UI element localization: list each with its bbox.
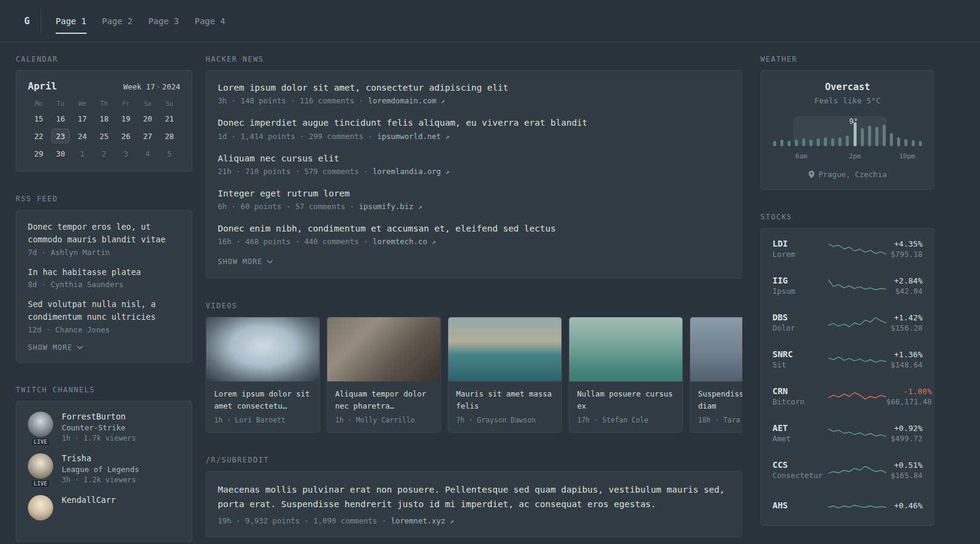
calendar-day[interactable]: 4 <box>139 146 157 161</box>
stock-row[interactable]: LDI Lorem +4.35% $795.18 <box>773 230 923 267</box>
calendar-day[interactable]: 5 <box>160 146 178 161</box>
video-thumbnail[interactable] <box>206 317 319 381</box>
hn-item-domain[interactable]: loremdomain.com <box>368 96 436 105</box>
calendar-day[interactable]: 28 <box>160 129 178 143</box>
video-card[interactable]: Lorem ipsum dolor sit amet consectetu… 1… <box>206 317 320 433</box>
app-logo[interactable]: G <box>16 8 41 34</box>
calendar-day[interactable]: 30 <box>51 146 70 161</box>
hn-item-domain-link[interactable]: loremlandia.org ↗ <box>373 167 449 176</box>
subreddit-post-text[interactable]: Maecenas mollis pulvinar erat non posuer… <box>218 483 730 511</box>
hn-item-title[interactable]: Donec enim nibh, condimentum et accumsan… <box>218 222 730 235</box>
stock-row[interactable]: DBS Dolor +1.42% $156.28 <box>773 304 923 341</box>
hn-item-domain[interactable]: ipsumworld.net <box>377 132 440 141</box>
stock-ticker[interactable]: IIG <box>773 276 828 285</box>
hn-item-domain-link[interactable]: ipsumworld.net ↗ <box>377 132 449 141</box>
stock-ticker[interactable]: CRN <box>773 386 828 396</box>
stock-ticker[interactable]: AHS <box>773 500 828 510</box>
hn-item-domain-link[interactable]: loremtech.co ↗ <box>373 237 436 246</box>
hn-item-title[interactable]: Donec imperdiet augue tincidunt felis al… <box>218 117 730 129</box>
calendar-day[interactable]: 17 <box>73 111 91 126</box>
hn-item-domain[interactable]: ipsumify.biz <box>359 202 413 211</box>
stock-row[interactable]: IIG Ipsum +2.84% $42.04 <box>773 267 923 304</box>
twitch-channel[interactable]: LIVE Trisha League of Legends 3h · 1.2k … <box>28 453 180 484</box>
stock-row[interactable]: CCS Consectetur +0.51% $165.84 <box>773 452 923 488</box>
video-title[interactable]: Aliquam tempor dolor nec pharetra… <box>335 388 433 412</box>
stock-name: Lorem <box>773 250 828 259</box>
calendar-day[interactable]: 25 <box>95 129 113 143</box>
nav-tab[interactable]: Page 3 <box>148 14 179 28</box>
calendar-day[interactable]: 3 <box>117 146 135 161</box>
hn-item[interactable]: Aliquam nec cursus elit 21h · 710 points… <box>218 152 730 176</box>
rss-item[interactable]: In hac habitasse platea 8d · Cynthia Sau… <box>28 266 180 289</box>
hn-item-domain[interactable]: loremtech.co <box>373 237 427 246</box>
rss-item-title[interactable]: Donec tempor eros leo, ut commodo mauris… <box>28 221 180 247</box>
video-thumbnail[interactable] <box>448 317 561 381</box>
rss-item-title[interactable]: Sed volutpat nulla nisl, a condimentum n… <box>28 298 180 324</box>
subreddit-domain-link[interactable]: loremnet.xyz ↗ <box>391 516 454 525</box>
hn-item-stats: 3h · 148 points · 116 comments · <box>218 96 364 105</box>
video-title[interactable]: Suspendisse diam <box>698 388 742 412</box>
hn-item-title[interactable]: Lorem ipsum dolor sit amet, consectetur … <box>218 82 730 94</box>
rss-item-title[interactable]: In hac habitasse platea <box>28 266 180 279</box>
twitch-channel[interactable]: LIVE ForrestBurton Counter-Strike 1h · 1… <box>28 412 180 442</box>
stock-row[interactable]: SNRC Sit +1.36% $148.64 <box>773 341 923 378</box>
rss-item[interactable]: Sed volutpat nulla nisl, a condimentum n… <box>28 298 180 334</box>
hn-item[interactable]: Donec enim nibh, condimentum et accumsan… <box>218 222 730 246</box>
video-title[interactable]: Mauris sit amet massa felis <box>456 388 554 412</box>
calendar-day[interactable]: 23 <box>51 129 70 143</box>
hn-item[interactable]: Donec imperdiet augue tincidunt felis al… <box>218 117 730 140</box>
stock-ticker[interactable]: LDI <box>773 239 828 248</box>
stock-row[interactable]: CRN Bitcorn -1.00% $66,171.48 <box>773 378 923 415</box>
calendar-day[interactable]: 16 <box>51 111 70 126</box>
stock-ticker[interactable]: DBS <box>773 312 828 322</box>
hn-item-title[interactable]: Aliquam nec cursus elit <box>218 152 730 164</box>
calendar-day[interactable]: 15 <box>30 111 48 126</box>
video-card[interactable]: Aliquam tempor dolor nec pharetra… 1h · … <box>327 317 441 433</box>
video-thumbnail[interactable] <box>569 317 682 381</box>
stock-ticker[interactable]: CCS <box>773 460 828 470</box>
stock-row[interactable]: AHS +0.46% <box>773 488 923 523</box>
hn-show-more-button[interactable]: SHOW MORE <box>218 257 273 266</box>
hn-item-domain-link[interactable]: loremdomain.com ↗ <box>368 96 445 105</box>
stock-ticker[interactable]: SNRC <box>773 349 828 359</box>
calendar-day[interactable]: 22 <box>30 129 48 143</box>
nav-tab[interactable]: Page 1 <box>56 14 87 28</box>
external-link-icon: ↗ <box>450 517 454 525</box>
calendar-day[interactable]: 26 <box>117 129 135 143</box>
video-card[interactable]: Nullam posuere cursus ex 17h · Stefan Co… <box>569 317 683 433</box>
calendar-day[interactable]: 29 <box>30 146 48 161</box>
nav-tab[interactable]: Page 4 <box>195 14 226 28</box>
calendar-day[interactable]: 20 <box>139 111 157 126</box>
calendar-day[interactable]: 24 <box>73 129 91 143</box>
hn-item-meta: 16h · 468 points · 440 comments · loremt… <box>218 237 730 246</box>
channel-name[interactable]: KendallCarr <box>62 495 116 505</box>
calendar-day[interactable]: 2 <box>95 146 113 161</box>
channel-name[interactable]: Trisha <box>62 453 139 463</box>
hn-item[interactable]: Lorem ipsum dolor sit amet, consectetur … <box>218 82 730 105</box>
calendar-day[interactable]: 1 <box>73 146 91 161</box>
video-title[interactable]: Lorem ipsum dolor sit amet consectetu… <box>214 388 312 412</box>
hn-item-domain-link[interactable]: ipsumify.biz ↗ <box>359 202 422 211</box>
calendar-day[interactable]: 27 <box>139 129 157 143</box>
calendar-day[interactable]: 19 <box>117 111 135 126</box>
video-thumbnail[interactable] <box>690 317 742 381</box>
stock-row[interactable]: AET Amet +0.92% $499.72 <box>773 415 923 452</box>
twitch-channel[interactable]: KendallCarr <box>28 495 180 520</box>
hn-item[interactable]: Integer eget rutrum lorem 6h · 60 points… <box>218 187 730 211</box>
video-thumbnail[interactable] <box>327 317 440 381</box>
video-title[interactable]: Nullam posuere cursus ex <box>577 388 675 412</box>
calendar-day[interactable]: 18 <box>95 111 113 126</box>
hn-item-domain[interactable]: loremlandia.org <box>373 167 441 176</box>
hn-item-title[interactable]: Integer eget rutrum lorem <box>218 187 730 199</box>
nav-tab[interactable]: Page 2 <box>102 14 133 28</box>
calendar-day[interactable]: 21 <box>160 111 178 126</box>
subreddit-domain[interactable]: loremnet.xyz <box>391 516 445 525</box>
weather-hour-bar <box>802 138 805 146</box>
rss-item[interactable]: Donec tempor eros leo, ut commodo mauris… <box>28 221 180 257</box>
channel-name[interactable]: ForrestBurton <box>62 412 136 421</box>
video-card[interactable]: Suspendisse diam 18h · Tara <box>690 317 742 433</box>
stock-ticker[interactable]: AET <box>773 423 828 433</box>
rss-show-more-button[interactable]: SHOW MORE <box>28 343 83 352</box>
video-card[interactable]: Mauris sit amet massa felis 7h · Grayson… <box>448 317 562 433</box>
weather-location[interactable]: Prague, Czechia <box>772 170 923 179</box>
